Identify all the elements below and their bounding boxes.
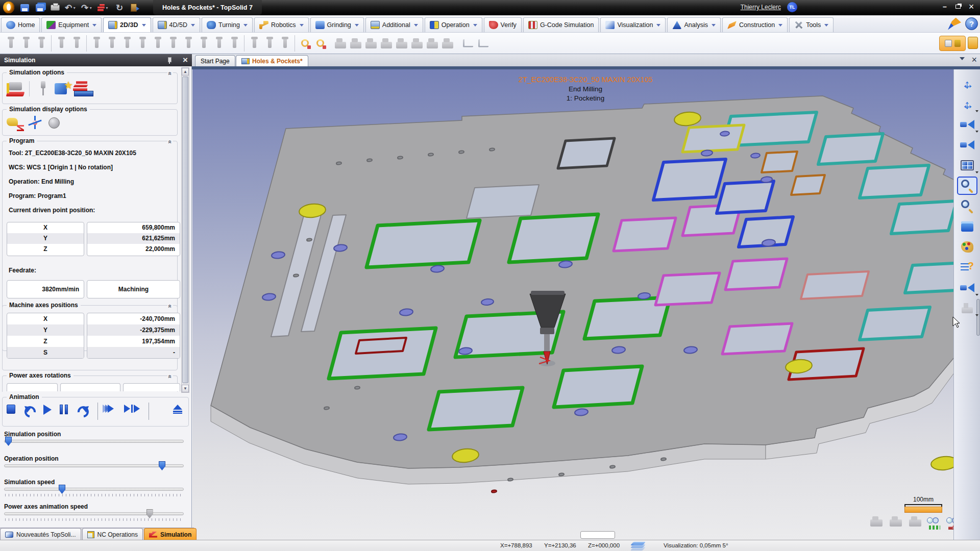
ribbon-tab-operation[interactable]: Operation <box>425 17 482 32</box>
play-button[interactable] <box>43 405 52 415</box>
tab-nc-operations[interactable]: NC Operations <box>82 528 143 540</box>
layers-icon[interactable] <box>632 542 645 550</box>
slider-thumb[interactable] <box>5 437 12 446</box>
ribbon-tab-2d-3d[interactable]: 2D/3D <box>103 17 151 32</box>
tapping-icon[interactable] <box>227 34 242 53</box>
ribbon-tab-grinding[interactable]: Grinding <box>310 17 364 32</box>
vibration-drill-3-icon[interactable] <box>277 34 292 53</box>
simulation-position-slider[interactable] <box>4 440 184 443</box>
undo-button[interactable]: ↶▼ <box>64 2 77 13</box>
drill-icon[interactable] <box>69 34 84 53</box>
slider-thumb[interactable] <box>59 485 65 494</box>
ribbon-tab-equipment[interactable]: Equipment <box>41 17 102 32</box>
pause-button[interactable] <box>59 405 69 414</box>
help-icon[interactable] <box>965 17 978 30</box>
machine-display-3-icon[interactable] <box>908 515 923 530</box>
collapse-chevron-icon[interactable] <box>167 372 173 380</box>
machine-8-icon[interactable] <box>440 34 455 53</box>
tab-simulation[interactable]: Simulation <box>144 528 197 540</box>
center-drill-icon[interactable] <box>54 34 69 53</box>
collision-detection-icon[interactable] <box>54 80 72 97</box>
toolbar-far-right-icon[interactable] <box>968 37 978 49</box>
stop-button[interactable] <box>7 405 15 414</box>
machine-7-icon[interactable] <box>425 34 440 53</box>
measure-stock-icon[interactable] <box>74 80 92 97</box>
display-help-button[interactable] <box>957 258 977 277</box>
slider-thumb[interactable] <box>146 509 153 518</box>
synchronize-2-icon[interactable] <box>312 34 328 53</box>
trihedron-icon[interactable] <box>27 115 45 132</box>
axes-graph-2-icon[interactable] <box>476 34 491 53</box>
sketch-flash-icon[interactable] <box>948 18 961 30</box>
machine-display-1-icon[interactable] <box>869 515 884 530</box>
ribbon-tab-additional[interactable]: Additional <box>365 17 423 32</box>
machine-4-icon[interactable] <box>379 34 394 53</box>
skip-to-end-button[interactable] <box>124 405 140 413</box>
stock-display-icon[interactable] <box>7 115 25 132</box>
ribbon-tab-g-code-simulation[interactable]: G-Code Simulation <box>523 17 599 32</box>
refresh-button[interactable]: ↻ <box>113 2 126 13</box>
collapse-chevron-icon[interactable] <box>167 69 173 77</box>
tab-topsolid-news[interactable]: Nouveautés TopSoli... <box>0 528 81 540</box>
pocket-finish-icon[interactable] <box>18 34 34 53</box>
operation-list-icon[interactable] <box>89 34 104 53</box>
ribbon-tab-home[interactable]: Home <box>1 17 40 32</box>
vibration-drill-2-icon[interactable] <box>262 34 277 53</box>
show-material-icon[interactable] <box>946 515 953 530</box>
save-all-button[interactable] <box>34 2 46 13</box>
ribbon-tab-robotics[interactable]: Robotics <box>254 17 309 32</box>
user-account-link[interactable]: Thierry Leclerc <box>741 4 781 11</box>
cylinder-display-icon[interactable] <box>46 115 65 132</box>
axes-graph-1-icon[interactable] <box>460 34 476 53</box>
toolbar-toggle-group[interactable] <box>939 36 966 51</box>
forward-button[interactable] <box>76 405 90 418</box>
rewind-button[interactable] <box>23 405 37 418</box>
corner-mill-icon[interactable] <box>34 34 49 53</box>
scrollbar-thumb[interactable] <box>182 77 188 383</box>
drilling-cycle-icon[interactable] <box>211 34 227 53</box>
isometric-view-button[interactable] <box>957 217 977 236</box>
save-button[interactable] <box>18 2 31 13</box>
panel-scrollbar[interactable]: ▲ ▼ <box>181 67 189 393</box>
ribbon-tab-visualization[interactable]: Visualization <box>600 17 666 32</box>
ribbon-tab-construction[interactable]: Construction <box>722 17 788 32</box>
mini-scrollbar[interactable] <box>580 531 615 539</box>
power-axes-speed-slider[interactable] <box>4 512 184 515</box>
machine-2-icon[interactable] <box>348 34 363 53</box>
3d-viewport[interactable]: 2T_EC200E38-3C20_50 MAXIN 20X105 End Mil… <box>192 69 953 540</box>
form-mill-icon[interactable] <box>150 34 165 53</box>
zoom-window-button[interactable] <box>957 177 977 195</box>
ribbon-tab-analysis[interactable]: Analysis <box>667 17 721 32</box>
tool-display-icon[interactable] <box>34 80 53 97</box>
pin-icon[interactable] <box>165 57 173 64</box>
show-toolpath-icon[interactable] <box>927 515 942 530</box>
render-style-button[interactable] <box>957 238 977 256</box>
print-button[interactable] <box>49 2 61 13</box>
ribbon-tab-4d-5d[interactable]: 4D/5D <box>153 17 200 32</box>
close-button[interactable] <box>965 0 978 13</box>
viewports-layout-button[interactable] <box>957 156 977 174</box>
scroll-down-icon[interactable]: ▼ <box>182 385 189 392</box>
machine-display-2-icon[interactable] <box>888 515 903 530</box>
export-button[interactable]: ▼ <box>97 2 109 13</box>
avatar[interactable]: TL <box>787 2 797 12</box>
machine-1-icon[interactable] <box>333 34 348 53</box>
pan-mode-button[interactable] <box>957 95 977 113</box>
tab-holes-pockets[interactable]: Holes & Pockets* <box>236 55 308 66</box>
simulate-solid-icon[interactable] <box>7 80 25 97</box>
operation-position-slider[interactable] <box>4 464 184 467</box>
ribbon-tab-turning[interactable]: Turning <box>202 17 253 32</box>
panel-close-icon[interactable] <box>183 54 188 66</box>
view-camera-button[interactable] <box>957 279 977 297</box>
chamfer-mill-icon[interactable] <box>104 34 119 53</box>
exit-document-button[interactable] <box>128 2 140 13</box>
machine-6-icon[interactable] <box>409 34 425 53</box>
camera-orbit-button[interactable] <box>957 136 977 154</box>
slot-mill-icon[interactable] <box>135 34 150 53</box>
machine-5-icon[interactable] <box>394 34 409 53</box>
collapse-chevron-icon[interactable] <box>167 302 173 309</box>
face-mill-icon[interactable] <box>119 34 135 53</box>
ribbon-tab-tools[interactable]: Tools <box>789 17 834 32</box>
pan-button[interactable] <box>957 74 977 93</box>
pocket-rough-icon[interactable] <box>3 34 18 53</box>
